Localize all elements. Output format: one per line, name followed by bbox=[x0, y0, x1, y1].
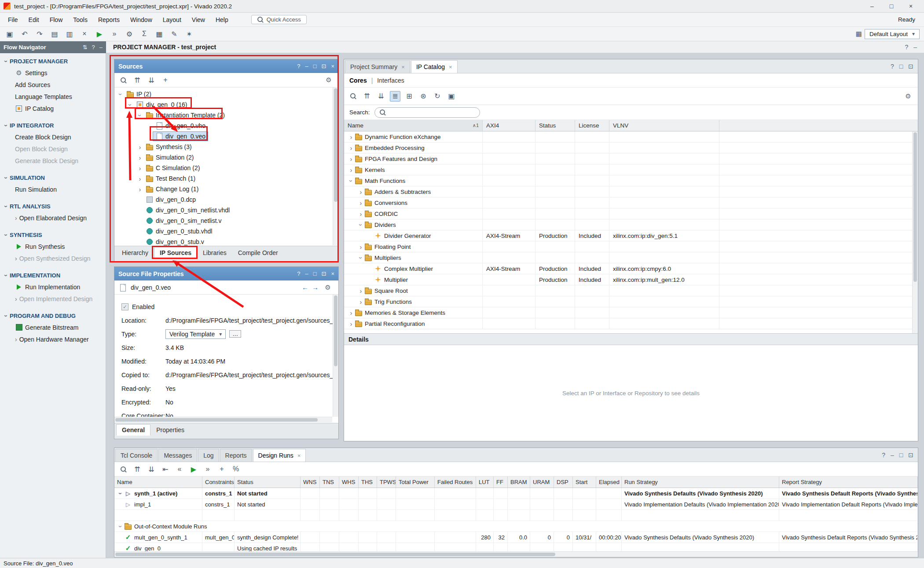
flow-item-run-simulation[interactable]: Run Simulation bbox=[0, 183, 106, 195]
flow-item-open-hardware-manager[interactable]: ›Open Hardware Manager bbox=[0, 333, 106, 345]
catalog-row-math-functions[interactable]: ›Math Functions bbox=[344, 175, 918, 186]
forward-arrow-icon[interactable]: → bbox=[312, 284, 319, 291]
tree-item-synthesis-3[interactable]: ›Synthesis (3) bbox=[114, 142, 338, 152]
catalog-row-adders-subtracters[interactable]: ›Adders & Subtracters bbox=[344, 186, 918, 197]
expander-closed-icon[interactable]: › bbox=[357, 199, 364, 207]
scrollbar-thumb[interactable] bbox=[913, 132, 917, 282]
flow-item-run-synthesis[interactable]: Run Synthesis bbox=[0, 240, 106, 252]
expander-closed-icon[interactable]: › bbox=[136, 164, 143, 172]
catalog-row-kernels[interactable]: ›Kernels bbox=[344, 164, 918, 175]
column-header-run-strategy[interactable]: Run Strategy bbox=[622, 477, 779, 488]
swap-icon[interactable]: ⇅ bbox=[83, 44, 88, 51]
flow-item-run-implementation[interactable]: Run Implementation bbox=[0, 281, 106, 293]
column-header-ths[interactable]: THS bbox=[359, 477, 377, 488]
expander-closed-icon[interactable]: › bbox=[357, 243, 364, 251]
save-file-icon[interactable]: ▤ bbox=[49, 29, 60, 39]
float-icon[interactable]: ⊡ bbox=[322, 270, 326, 277]
scrollbar-thumb[interactable] bbox=[115, 553, 555, 556]
help-icon[interactable]: ? bbox=[92, 44, 95, 51]
run-row-synth-1-active[interactable]: ›▷synth_1 (active)constrs_1Not startedVi… bbox=[114, 488, 918, 499]
minimize-icon[interactable]: – bbox=[891, 451, 894, 459]
flow-section-header-rtl-analysis[interactable]: ›RTL ANALYSIS bbox=[0, 201, 106, 212]
step-forward-icon[interactable]: » bbox=[202, 464, 213, 474]
expander-closed-icon[interactable]: › bbox=[348, 133, 355, 141]
search-icon[interactable] bbox=[348, 91, 358, 102]
column-header-lut[interactable]: LUT bbox=[476, 477, 494, 488]
subtab-interfaces[interactable]: Interfaces bbox=[377, 77, 404, 84]
expand-all-icon[interactable]: ⇊ bbox=[376, 91, 386, 102]
properties-tab-properties[interactable]: Properties bbox=[150, 424, 190, 436]
catalog-row-floating-point[interactable]: ›Floating Point bbox=[344, 241, 918, 252]
flow-item-open-elaborated-design[interactable]: ›Open Elaborated Design bbox=[0, 212, 106, 224]
minimize-icon[interactable]: – bbox=[913, 44, 917, 51]
catalog-search-input[interactable] bbox=[374, 107, 480, 118]
expander-closed-icon[interactable]: › bbox=[348, 309, 355, 317]
flow-item-open-implemented-design[interactable]: ›Open Implemented Design bbox=[0, 293, 106, 305]
add-run-icon[interactable]: + bbox=[216, 464, 227, 474]
quick-access-search[interactable]: Quick Access bbox=[251, 15, 307, 24]
column-header-whs[interactable]: WHS bbox=[339, 477, 359, 488]
column-header-tpws[interactable]: TPWS bbox=[377, 477, 396, 488]
help-icon[interactable]: ? bbox=[297, 63, 300, 69]
column-header-status[interactable]: Status bbox=[235, 477, 301, 488]
layout-selector[interactable]: Default Layout ▾ bbox=[865, 29, 920, 39]
catalog-scrollbar[interactable] bbox=[912, 131, 918, 333]
step-icon[interactable]: » bbox=[109, 29, 120, 39]
tree-item-div-gen-0-stub-vhdl[interactable]: ·div_gen_0_stub.vhdl bbox=[114, 226, 338, 237]
window-maximize-button[interactable]: □ bbox=[882, 0, 901, 12]
expander-closed-icon[interactable]: › bbox=[357, 287, 364, 295]
expander-closed-icon[interactable]: › bbox=[357, 210, 364, 218]
edit-icon[interactable]: ✎ bbox=[169, 29, 180, 39]
refresh-icon[interactable]: ↻ bbox=[432, 91, 443, 102]
expander-open-icon[interactable]: › bbox=[127, 101, 134, 108]
close-icon[interactable]: × bbox=[401, 64, 405, 70]
flow-item-generate-block-design[interactable]: Generate Block Design bbox=[0, 155, 106, 167]
column-header-failed-routes[interactable]: Failed Routes bbox=[435, 477, 476, 488]
menu-view[interactable]: View bbox=[187, 14, 210, 25]
scrollbar-thumb[interactable] bbox=[115, 418, 318, 422]
customize-icon[interactable]: ⊛ bbox=[418, 91, 429, 102]
tab-log[interactable]: Log bbox=[198, 449, 219, 462]
expander-closed-icon[interactable]: › bbox=[348, 166, 355, 174]
tree-item-div-gen-0-sim-netlist-vhdl[interactable]: ·div_gen_0_sim_netlist.vhdl bbox=[114, 205, 338, 215]
menu-tools[interactable]: Tools bbox=[68, 14, 93, 25]
flow-item-add-sources[interactable]: Add Sources bbox=[0, 79, 106, 91]
column-header-license[interactable]: License bbox=[575, 120, 609, 131]
flow-section-header-implementation[interactable]: ›IMPLEMENTATION bbox=[0, 270, 106, 281]
column-header-total-power[interactable]: Total Power bbox=[396, 477, 435, 488]
flow-item-open-synthesized-design[interactable]: ›Open Synthesized Design bbox=[0, 252, 106, 264]
collapse-all-icon[interactable]: ⇈ bbox=[132, 75, 143, 85]
catalog-row-square-root[interactable]: ›Square Root bbox=[344, 285, 918, 296]
gear-icon[interactable]: ⚙ bbox=[904, 92, 912, 100]
expander-open-icon[interactable]: › bbox=[117, 523, 125, 530]
wand-icon[interactable]: ✶ bbox=[184, 29, 194, 39]
catalog-row-embedded-processing[interactable]: ›Embedded Processing bbox=[344, 142, 918, 153]
column-header-tns[interactable]: TNS bbox=[320, 477, 339, 488]
catalog-row-multipliers[interactable]: ›Multipliers bbox=[344, 252, 918, 263]
flow-item-language-templates[interactable]: Language Templates bbox=[0, 91, 106, 102]
properties-icon[interactable]: ▣ bbox=[446, 91, 457, 102]
catalog-row-fpga-features-and-design[interactable]: ›FPGA Features and Design bbox=[344, 153, 918, 164]
column-header-constraints[interactable]: Constraints bbox=[202, 477, 235, 488]
hierarchy-view-icon[interactable]: ≣ bbox=[390, 91, 400, 102]
tree-item-div-gen-0-16[interactable]: ›div_gen_0 (16) bbox=[114, 99, 338, 110]
tree-item-ip-2[interactable]: ›IP (2) bbox=[114, 89, 338, 99]
maximize-icon[interactable]: □ bbox=[313, 270, 317, 277]
minimize-icon[interactable]: – bbox=[99, 44, 103, 51]
expander-closed-icon[interactable]: › bbox=[348, 320, 355, 328]
flow-section-header-simulation[interactable]: ›SIMULATION bbox=[0, 172, 106, 183]
column-header-bram[interactable]: BRAM bbox=[508, 477, 530, 488]
sum-icon[interactable]: Σ bbox=[139, 29, 150, 39]
expander-closed-icon[interactable]: › bbox=[136, 175, 143, 182]
properties-scrollbar[interactable] bbox=[333, 295, 338, 417]
sources-tab-hierarchy[interactable]: Hierarchy bbox=[116, 247, 154, 259]
flow-section-header-program-and-debug[interactable]: ›PROGRAM AND DEBUG bbox=[0, 310, 106, 321]
tree-item-div-gen-0-sim-netlist-v[interactable]: ·div_gen_0_sim_netlist.v bbox=[114, 215, 338, 226]
run-row-impl-1[interactable]: ·▷impl_1constrs_1Not startedVivado Imple… bbox=[114, 499, 918, 510]
expander-open-icon[interactable]: › bbox=[357, 221, 365, 228]
delete-icon[interactable]: × bbox=[79, 29, 90, 39]
column-header-report-strategy[interactable]: Report Strategy bbox=[779, 477, 918, 488]
flow-item-ip-catalog[interactable]: IP Catalog bbox=[0, 102, 106, 114]
gear-icon[interactable]: ⚙ bbox=[325, 76, 333, 84]
expander-open-icon[interactable]: › bbox=[357, 254, 365, 261]
